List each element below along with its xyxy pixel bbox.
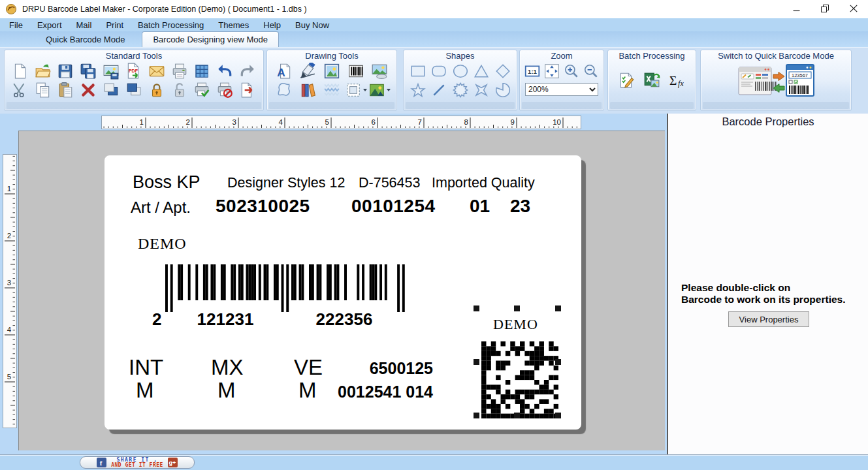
label-text-ve[interactable]: VE xyxy=(294,355,323,380)
menu-item-batch-processing[interactable]: Batch Processing xyxy=(131,19,211,31)
image-frame-tool-button[interactable] xyxy=(370,62,389,80)
fit-view-button[interactable] xyxy=(542,62,562,80)
minimize-button[interactable] xyxy=(782,0,811,18)
formula-button[interactable]: Σfx xyxy=(667,71,687,89)
one-to-one-button[interactable]: 1:1 xyxy=(522,62,542,80)
label-text-quality[interactable]: Imported Quality xyxy=(432,175,535,191)
zoom-out-button[interactable] xyxy=(581,62,601,80)
cut-button[interactable] xyxy=(10,81,30,99)
selection-handle-top-center[interactable] xyxy=(514,306,520,311)
shape-four-point-star-button[interactable] xyxy=(472,81,491,99)
new-document-button[interactable] xyxy=(10,62,30,80)
bring-forward-button[interactable] xyxy=(124,81,144,99)
selection-handle-bottom-right[interactable] xyxy=(555,413,561,418)
unlock-button[interactable] xyxy=(170,81,189,99)
label-text-m2[interactable]: M xyxy=(217,378,236,403)
tab-barcode-designing-view-mode[interactable]: Barcode Designing view Mode xyxy=(142,31,279,47)
print-disabled-button[interactable] xyxy=(215,81,234,99)
delete-button[interactable] xyxy=(78,81,98,99)
ean-barcode[interactable]: 2121231222356 xyxy=(147,264,408,327)
label-text-int[interactable]: INT xyxy=(129,355,163,380)
frame-tool-button[interactable] xyxy=(346,81,366,99)
custom-shape-tool-button[interactable] xyxy=(274,81,294,99)
label-text-m1[interactable]: M xyxy=(136,378,154,403)
zoom-level-select[interactable]: 200% xyxy=(525,83,598,96)
shape-triangle-button[interactable] xyxy=(472,62,491,80)
label-text-m3[interactable]: M xyxy=(298,378,317,403)
text-tool-button[interactable]: A xyxy=(274,62,294,80)
zoom-in-button[interactable] xyxy=(562,62,581,80)
shape-seal-button[interactable] xyxy=(451,81,470,99)
export-pdf-button[interactable]: PDF xyxy=(124,62,144,80)
shape-ellipse-button[interactable] xyxy=(451,62,470,80)
save-all-button[interactable] xyxy=(78,62,98,80)
library-tool-button[interactable] xyxy=(298,81,317,99)
label-text-num-bottom[interactable]: 0012541 014 xyxy=(327,383,433,401)
menu-item-export[interactable]: Export xyxy=(30,19,69,31)
label-text-num-top[interactable]: 6500125 xyxy=(327,359,433,378)
label-text-size-code[interactable]: 01 xyxy=(470,196,490,217)
exit-button[interactable] xyxy=(238,81,257,99)
tab-quick-barcode-mode[interactable]: Quick Barcode Mode xyxy=(37,32,134,47)
save-button[interactable] xyxy=(56,62,75,80)
selection-handle-middle-right[interactable] xyxy=(555,359,561,365)
selection-handle-bottom-left[interactable] xyxy=(474,413,479,418)
selection-handle-bottom-center[interactable] xyxy=(514,413,520,418)
label-text-style-name[interactable]: Designer Styles 12 xyxy=(227,175,345,191)
close-button[interactable] xyxy=(839,0,868,18)
label-text-style-code[interactable]: D-756453 xyxy=(359,175,420,191)
send-backward-button[interactable] xyxy=(101,81,121,99)
menu-item-help[interactable]: Help xyxy=(256,19,288,31)
print-preview-button[interactable] xyxy=(192,81,212,99)
watermark-tool-button[interactable] xyxy=(322,81,342,99)
print-button[interactable] xyxy=(170,62,189,80)
excel-import-button[interactable] xyxy=(642,71,662,89)
email-button[interactable] xyxy=(147,62,167,80)
frame-tool-dropdown-caret[interactable] xyxy=(363,89,367,91)
shape-rectangle-button[interactable] xyxy=(408,62,428,80)
menu-item-themes[interactable]: Themes xyxy=(211,19,256,31)
shape-star-button[interactable] xyxy=(408,81,428,99)
switch-to-quick-mode-button[interactable]: 123567 xyxy=(731,61,820,99)
redo-button[interactable] xyxy=(238,62,257,80)
grid-button[interactable] xyxy=(192,62,212,80)
share-button[interactable]: f SHARE IT , AND GET IT FREE g+ xyxy=(80,456,195,469)
batch-data-edit-button[interactable] xyxy=(617,71,636,89)
selection-handle-middle-left[interactable] xyxy=(474,359,479,365)
paste-button[interactable] xyxy=(56,81,75,99)
gallery-tool-button[interactable] xyxy=(370,81,389,99)
selection-handle-top-left[interactable] xyxy=(474,306,479,311)
gallery-tool-dropdown-caret[interactable] xyxy=(387,89,391,91)
menu-item-file[interactable]: File xyxy=(2,19,30,31)
restore-button[interactable] xyxy=(811,0,839,18)
lock-button[interactable] xyxy=(147,81,167,99)
label-sheet[interactable]: Boss KP Designer Styles 12 D-756453 Impo… xyxy=(104,155,581,430)
label-text-qty-code[interactable]: 23 xyxy=(510,196,530,217)
svg-text:121231: 121231 xyxy=(197,309,254,327)
undo-button[interactable] xyxy=(215,62,234,80)
barcode-tool-button[interactable] xyxy=(346,62,366,80)
vertical-ruler: 12345 xyxy=(3,154,17,428)
menu-item-buy-now[interactable]: Buy Now xyxy=(288,19,336,31)
shape-diamond-button[interactable] xyxy=(493,62,513,80)
shape-rounded-rectangle-button[interactable] xyxy=(429,62,449,80)
view-properties-button[interactable]: View Properties xyxy=(728,311,809,327)
selection-handle-top-right[interactable] xyxy=(555,306,561,311)
label-text-batch-number[interactable]: 00101254 xyxy=(351,196,436,217)
save-as-image-button[interactable] xyxy=(101,62,121,80)
label-text-art-number[interactable]: 502310025 xyxy=(216,196,310,217)
signature-tool-button[interactable] xyxy=(298,62,317,80)
menu-item-mail[interactable]: Mail xyxy=(69,19,99,31)
shape-pie-icon xyxy=(494,82,511,99)
shape-seal-icon xyxy=(452,82,469,99)
shape-line-button[interactable] xyxy=(429,81,449,99)
label-text-brand[interactable]: Boss KP xyxy=(133,172,201,193)
open-folder-button[interactable] xyxy=(33,62,53,80)
shape-pie-button[interactable] xyxy=(493,81,513,99)
label-text-mx[interactable]: MX xyxy=(211,355,244,380)
picture-tool-button[interactable] xyxy=(322,62,342,80)
label-text-caption[interactable]: Art / Apt. xyxy=(131,198,191,217)
datamatrix-barcode[interactable] xyxy=(481,341,558,418)
menu-item-print[interactable]: Print xyxy=(99,19,131,31)
copy-button[interactable] xyxy=(33,81,53,99)
